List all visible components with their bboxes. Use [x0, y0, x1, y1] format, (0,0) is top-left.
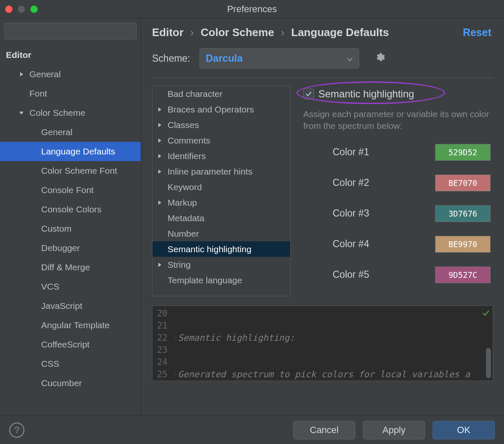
sidebar-item[interactable]: Debugger: [0, 238, 141, 258]
color-swatch[interactable]: 529D52: [435, 144, 491, 161]
sidebar-item[interactable]: CoffeeScript: [0, 335, 141, 354]
preview-line: Semantic highlighting:: [178, 333, 295, 343]
attribute-item-label: Inline parameter hints: [168, 167, 252, 177]
attribute-item-label: Keyword: [168, 182, 202, 192]
chevron-right-icon: [157, 169, 168, 175]
attribute-item[interactable]: Classes: [152, 117, 290, 133]
sidebar-item[interactable]: Custom: [0, 219, 141, 238]
help-button[interactable]: ?: [9, 423, 24, 438]
attribute-item-label: Metadata: [168, 213, 205, 223]
chevron-right-icon: [157, 138, 168, 144]
sidebar-item-label: Font: [29, 89, 47, 99]
attribute-item-label: Template language: [168, 275, 242, 285]
sidebar-item-label: General: [29, 69, 61, 79]
gutter-line-number: 23: [152, 344, 171, 356]
chevron-right-icon: [157, 107, 168, 112]
sidebar-item[interactable]: Language Defaults: [0, 142, 141, 161]
sidebar-item[interactable]: Console Font: [0, 180, 141, 200]
color-label: Color #4: [333, 238, 369, 250]
color-label: Color #2: [333, 177, 369, 188]
scheme-value: Darcula: [206, 52, 243, 64]
attribute-item[interactable]: Comments: [152, 133, 290, 148]
attribute-item[interactable]: Inline parameter hints: [152, 164, 290, 179]
search-input[interactable]: [4, 23, 136, 39]
attribute-tree[interactable]: Bad characterBraces and OperatorsClasses…: [152, 86, 291, 296]
breadcrumb-item: Editor: [152, 26, 184, 39]
sidebar-item-label: CoffeeScript: [41, 340, 89, 350]
sidebar-item[interactable]: Font: [0, 84, 141, 103]
sidebar-item[interactable]: General: [0, 123, 141, 142]
sidebar-item-label: Color Scheme: [29, 108, 85, 118]
chevron-right-icon: [157, 262, 168, 268]
preview-scrollbar[interactable]: [486, 348, 491, 378]
semantic-highlighting-label: Semantic highlighting: [318, 88, 414, 100]
color-swatch[interactable]: 9D527C: [435, 266, 491, 283]
color-row: Color #1529D52: [333, 144, 493, 161]
attribute-item[interactable]: Metadata: [152, 210, 290, 226]
attribute-item-label: Braces and Operators: [168, 104, 254, 115]
gutter-line-number: 24: [152, 356, 171, 368]
sidebar-item-label: Diff & Merge: [41, 262, 90, 272]
breadcrumb-item: Language Defaults: [291, 26, 389, 39]
attribute-item-label: Classes: [168, 120, 199, 130]
attribute-item-label: Identifiers: [168, 151, 206, 161]
scheme-dropdown[interactable]: Darcula: [200, 48, 359, 68]
sidebar-item-label: Cucumber: [41, 378, 82, 388]
attribute-item[interactable]: Number: [152, 226, 290, 241]
sidebar-item[interactable]: CSS: [0, 354, 141, 373]
color-swatch[interactable]: 3D7676: [435, 205, 491, 222]
attribute-item[interactable]: Semantic highlighting: [152, 241, 290, 257]
chevron-right-icon: [157, 153, 168, 159]
sidebar-item[interactable]: Diff & Merge: [0, 258, 141, 277]
sidebar-item-label: Console Colors: [41, 204, 102, 214]
apply-button[interactable]: Apply: [363, 421, 425, 439]
color-swatch[interactable]: BE9970: [435, 236, 491, 253]
semantic-highlighting-checkbox[interactable]: [303, 89, 314, 99]
gutter-line-number: 20: [152, 308, 171, 320]
attribute-item-label: String: [168, 260, 191, 270]
sidebar-item[interactable]: Color Scheme Font: [0, 161, 141, 180]
cancel-button[interactable]: Cancel: [293, 421, 355, 439]
sidebar-item-label: Custom: [41, 224, 71, 234]
sidebar-item[interactable]: Angular Template: [0, 316, 141, 335]
window-minimize-button[interactable]: [18, 5, 25, 13]
sidebar-item[interactable]: VCS: [0, 277, 141, 296]
color-label: Color #1: [333, 146, 369, 158]
window-close-button[interactable]: [5, 5, 13, 13]
attribute-item-label: Semantic highlighting: [168, 244, 252, 254]
attribute-item[interactable]: Bad character: [152, 86, 290, 102]
attribute-item[interactable]: Template language: [152, 272, 290, 288]
breadcrumb: Editor › Color Scheme › Language Default…: [152, 26, 389, 39]
scheme-label: Scheme:: [152, 53, 190, 64]
sidebar-item[interactable]: Cucumber: [0, 373, 141, 393]
attribute-item[interactable]: Identifiers: [152, 148, 290, 164]
reset-link[interactable]: Reset: [463, 26, 491, 39]
window-zoom-button[interactable]: [30, 5, 38, 13]
attribute-item[interactable]: Braces and Operators: [152, 102, 290, 117]
gutter-line-number: 21: [152, 320, 171, 332]
sidebar-item[interactable]: JavaScript: [0, 296, 141, 316]
sidebar-item-label: Debugger: [41, 243, 80, 253]
sidebar: Editor GeneralFontColor SchemeGeneralLan…: [0, 18, 141, 415]
attribute-item[interactable]: Keyword: [152, 179, 290, 195]
attribute-item-label: Comments: [168, 136, 210, 146]
sidebar-item[interactable]: Console Colors: [0, 200, 141, 219]
preview-line: Generated spectrum to pick colors for lo…: [178, 369, 470, 379]
sidebar-item[interactable]: General: [0, 65, 141, 84]
code-preview: 202122232425 ·Semantic highlighting: ·Ge…: [152, 306, 493, 381]
ok-button[interactable]: OK: [433, 421, 495, 439]
attribute-item[interactable]: Markup: [152, 195, 290, 210]
attribute-item-label: Markup: [168, 198, 197, 208]
gear-icon[interactable]: [374, 52, 385, 65]
attribute-item-label: Number: [168, 229, 199, 239]
gutter-line-number: 22: [152, 332, 171, 344]
sidebar-item[interactable]: Color Scheme: [0, 103, 141, 123]
chevron-down-icon: [347, 52, 353, 64]
titlebar: Preferences: [0, 0, 504, 18]
sidebar-item-label: VCS: [41, 282, 59, 292]
window-title: Preferences: [227, 4, 277, 15]
attribute-item[interactable]: String: [152, 257, 290, 272]
sidebar-item-label: CSS: [41, 359, 59, 369]
chevron-right-icon: [18, 71, 29, 77]
color-swatch[interactable]: BE7070: [435, 175, 491, 191]
